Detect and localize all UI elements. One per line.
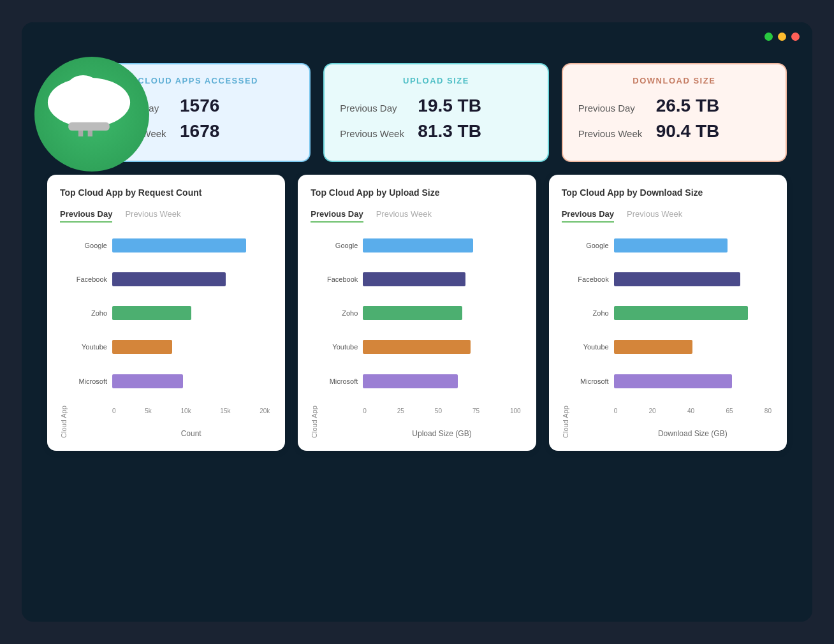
upload-bar-row-microsoft: Microsoft — [321, 370, 520, 393]
upload-bar-youtube — [363, 340, 470, 354]
upload-bar-container-microsoft — [363, 374, 520, 388]
x-tick-0: 0 — [112, 407, 116, 414]
download-bar-label-google: Google — [572, 242, 609, 249]
download-bar-container-microsoft — [614, 374, 772, 388]
upload-prev-day-label: Previous Day — [340, 103, 410, 113]
upload-x-tick-0: 0 — [363, 407, 367, 414]
upload-prev-day-value: 19.5 TB — [418, 96, 481, 116]
bar-row-youtube: Youtube — [70, 335, 270, 358]
download-size-bar-chart: Cloud App Google Facebook — [562, 234, 772, 438]
app-window: CLOUD APPS ACCESSED Previous Day 1576 Pr… — [22, 22, 812, 622]
upload-size-x-axis: 0 25 50 75 100 — [321, 407, 520, 414]
download-x-tick-0: 0 — [614, 407, 618, 414]
bar-facebook — [112, 272, 226, 286]
upload-bar-container-youtube — [363, 340, 520, 354]
download-size-x-label: Download Size (GB) — [572, 429, 772, 438]
upload-size-card: UPLOAD SIZE Previous Day 19.5 TB Previou… — [323, 63, 548, 162]
upload-bar-container-facebook — [363, 272, 520, 286]
bar-container-microsoft — [112, 374, 270, 388]
download-x-tick-80: 80 — [764, 407, 772, 414]
upload-x-tick-50: 50 — [435, 407, 442, 414]
upload-bar-facebook — [363, 272, 465, 286]
download-size-chart-title: Top Cloud App by Download Size — [562, 187, 772, 198]
download-prev-day-value: 26.5 TB — [656, 96, 720, 116]
download-bar-google — [614, 238, 728, 252]
bar-container-zoho — [112, 306, 270, 320]
download-bar-row-google: Google — [572, 234, 772, 257]
upload-x-tick-100: 100 — [510, 407, 521, 414]
upload-size-y-label: Cloud App — [311, 234, 318, 438]
download-bar-row-zoho: Zoho — [572, 302, 772, 325]
upload-size-chart-title: Top Cloud App by Upload Size — [311, 187, 520, 198]
request-count-tab-prev-week[interactable]: Previous Week — [125, 207, 180, 223]
upload-prev-day-row: Previous Day 19.5 TB — [340, 96, 532, 116]
traffic-light-green[interactable] — [764, 33, 773, 41]
bar-microsoft — [112, 374, 183, 388]
bar-container-youtube — [112, 340, 270, 354]
traffic-light-red[interactable] — [791, 33, 800, 41]
download-bar-facebook — [614, 272, 740, 286]
cloud-apps-prev-week-value: 1678 — [180, 121, 219, 142]
upload-size-chart-inner: Google Facebook Zoho — [321, 234, 520, 438]
charts-row: Top Cloud App by Request Count Previous … — [47, 175, 787, 451]
download-size-tab-prev-day[interactable]: Previous Day — [562, 207, 614, 223]
bar-label-youtube: Youtube — [70, 343, 107, 351]
upload-prev-week-value: 81.3 TB — [418, 121, 481, 142]
x-tick-15k: 15k — [220, 407, 230, 414]
download-bar-container-facebook — [614, 272, 772, 286]
svg-point-3 — [66, 75, 101, 106]
download-bar-label-youtube: Youtube — [572, 343, 609, 351]
download-x-tick-40: 40 — [687, 407, 694, 414]
download-size-tabs: Previous Day Previous Week — [562, 207, 772, 223]
download-size-tab-prev-week[interactable]: Previous Week — [627, 207, 682, 223]
download-size-y-label: Cloud App — [562, 234, 569, 438]
request-count-chart-card: Top Cloud App by Request Count Previous … — [47, 175, 285, 451]
upload-bar-label-google: Google — [321, 242, 358, 249]
bar-label-google: Google — [70, 242, 107, 249]
bar-container-facebook — [112, 272, 270, 286]
download-bar-container-zoho — [614, 306, 772, 320]
request-count-bar-chart: Cloud App Google Facebook — [60, 234, 270, 438]
download-x-tick-65: 65 — [726, 407, 733, 414]
request-count-y-label: Cloud App — [60, 234, 68, 438]
traffic-light-yellow[interactable] — [778, 33, 786, 41]
download-bar-label-microsoft: Microsoft — [572, 377, 609, 385]
download-bar-zoho — [614, 306, 748, 320]
download-bar-row-youtube: Youtube — [572, 335, 772, 358]
upload-size-tab-prev-week[interactable]: Previous Week — [376, 207, 432, 223]
bar-label-microsoft: Microsoft — [70, 377, 107, 385]
x-tick-20k: 20k — [260, 407, 270, 414]
upload-title: UPLOAD SIZE — [340, 76, 532, 85]
upload-bar-google — [363, 238, 473, 252]
bar-label-zoho: Zoho — [70, 309, 107, 317]
bar-youtube — [112, 340, 172, 354]
upload-size-chart-card: Top Cloud App by Upload Size Previous Da… — [298, 175, 536, 451]
download-prev-week-row: Previous Week 90.4 TB — [578, 121, 770, 142]
download-title: DOWNLOAD SIZE — [578, 76, 770, 85]
download-prev-day-row: Previous Day 26.5 TB — [578, 96, 770, 116]
upload-size-bar-chart: Cloud App Google Facebook — [311, 234, 520, 438]
bar-label-facebook: Facebook — [70, 275, 107, 283]
upload-prev-week-row: Previous Week 81.3 TB — [340, 121, 532, 142]
download-size-chart-inner: Google Facebook Zoho — [572, 234, 772, 438]
download-bar-label-zoho: Zoho — [572, 309, 609, 317]
bar-zoho — [112, 306, 191, 320]
download-bar-youtube — [614, 340, 693, 354]
upload-size-x-label: Upload Size (GB) — [321, 429, 520, 438]
download-size-card: DOWNLOAD SIZE Previous Day 26.5 TB Previ… — [562, 63, 787, 162]
download-bar-container-youtube — [614, 340, 772, 354]
upload-size-tab-prev-day[interactable]: Previous Day — [311, 207, 363, 223]
request-count-tabs: Previous Day Previous Week — [60, 207, 270, 223]
upload-bar-label-zoho: Zoho — [321, 309, 358, 317]
download-bar-microsoft — [614, 374, 732, 388]
request-count-x-label: Count — [70, 429, 270, 438]
download-bar-container-google — [614, 238, 772, 252]
x-tick-5k: 5k — [145, 407, 152, 414]
bar-container-google — [112, 238, 270, 252]
bar-row-microsoft: Microsoft — [70, 370, 270, 393]
download-size-x-axis: 0 20 40 65 80 — [572, 407, 772, 414]
svg-rect-8 — [68, 122, 110, 131]
bar-row-facebook: Facebook — [70, 268, 270, 291]
request-count-tab-prev-day[interactable]: Previous Day — [60, 207, 112, 223]
request-count-chart-inner: Google Facebook Zoho — [70, 234, 270, 438]
